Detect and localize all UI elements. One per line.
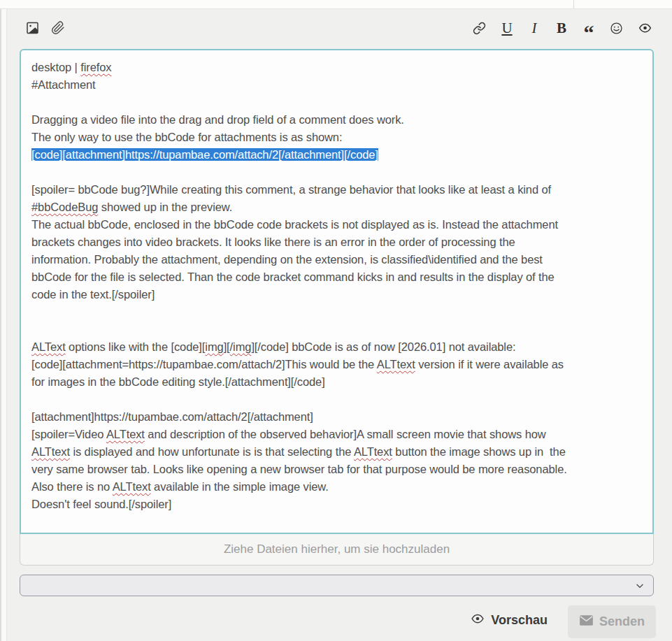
send-button-label: Senden xyxy=(599,614,645,629)
paperclip-icon xyxy=(51,21,65,35)
editor-line: brackets changes into video brackets. It… xyxy=(31,233,642,251)
emoji-button[interactable] xyxy=(610,19,623,37)
editor-line: Doesn't feel sound.[/spoiler] xyxy=(31,496,642,513)
insert-link-button[interactable] xyxy=(473,19,486,37)
editor-line: [spoiler=Video ALTtext and description o… xyxy=(31,426,642,443)
editor-line: ALTtext is displayed and how unfortunate… xyxy=(31,443,642,461)
envelope-icon xyxy=(579,614,594,630)
eye-icon xyxy=(638,22,652,34)
editor-line xyxy=(31,391,642,408)
comment-textarea[interactable]: desktop | firefox#Attachment Dragging a … xyxy=(20,49,654,534)
file-dropzone[interactable]: Ziehe Dateien hierher, um sie hochzulade… xyxy=(20,534,654,566)
eye-icon xyxy=(470,612,485,628)
bold-button[interactable]: B xyxy=(555,19,568,37)
attach-file-button[interactable] xyxy=(51,19,65,37)
quote-button[interactable]: “ xyxy=(582,19,595,37)
editor-line: information. Probably the attachment, de… xyxy=(31,251,642,268)
editor-line: #Attachment xyxy=(31,76,642,94)
editor-line: very same browser tab. Looks like openin… xyxy=(31,461,642,478)
link-icon xyxy=(473,22,486,35)
chevron-down-icon xyxy=(635,581,645,593)
send-button[interactable]: Senden xyxy=(568,605,656,638)
smiley-icon xyxy=(610,22,623,35)
top-chrome-divider xyxy=(573,0,574,9)
category-select[interactable] xyxy=(20,575,654,596)
dropzone-label: Ziehe Dateien hierher, um sie hochzulade… xyxy=(224,542,450,556)
editor-line: #bbCodeBug showed up in the preview. xyxy=(31,199,642,216)
editor-line: The actual bbCode, enclosed in the bbCod… xyxy=(31,216,642,233)
editor-line: for images in the bbCode editing style.[… xyxy=(31,373,642,391)
preview-button[interactable]: Vorschau xyxy=(470,612,548,628)
editor-line xyxy=(31,164,642,181)
underline-button[interactable]: U xyxy=(501,19,513,37)
editor-line xyxy=(31,321,642,338)
editor-line: Also there is no ALTtext available in th… xyxy=(31,478,642,496)
preview-button-label: Vorschau xyxy=(491,613,548,628)
editor-line: desktop | firefox xyxy=(31,59,642,76)
editor-line: [code][attachment=https://tupambae.com/a… xyxy=(31,356,642,373)
editor-line: Dragging a video file into the drag and … xyxy=(31,111,642,129)
image-icon xyxy=(25,21,40,35)
toolbar-preview-button[interactable] xyxy=(638,19,652,37)
editor-line: ALText options like with the [code][img]… xyxy=(31,338,642,356)
editor-line: code in the text.[/spoiler] xyxy=(31,286,642,303)
top-chrome-strip xyxy=(0,0,672,9)
editor-line: [spoiler= bbCode bug?]While creating thi… xyxy=(31,181,642,199)
insert-image-button[interactable] xyxy=(25,19,40,37)
editor-line xyxy=(31,94,642,111)
editor-toolbar: U I B “ xyxy=(7,10,672,46)
editor-line: [attachment]https://tupambae.com/attach/… xyxy=(31,408,642,426)
editor-line xyxy=(31,303,642,321)
editor-content: desktop | firefox#Attachment Dragging a … xyxy=(21,50,652,533)
toolbar-right-group: U I B “ xyxy=(473,10,652,46)
left-chrome-strip xyxy=(0,9,7,641)
editor-line: bbCode for the file is selected. Than th… xyxy=(31,268,642,286)
toolbar-left-group xyxy=(25,10,65,46)
editor-line: The only way to use the bbCode for attac… xyxy=(31,129,642,146)
italic-button[interactable]: I xyxy=(528,19,541,37)
footer-bar: Vorschau Senden xyxy=(7,603,672,641)
editor-line: [code][attachment]https://tupambae.com/a… xyxy=(31,146,642,164)
